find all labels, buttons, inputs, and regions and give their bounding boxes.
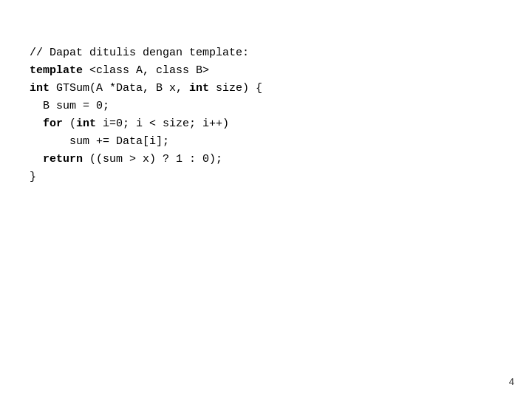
keyword-int-1: int [30, 82, 50, 95]
keyword-int-3: int [76, 117, 96, 130]
keyword-template: template [30, 64, 83, 77]
code-block: // Dapat ditulis dengan template: templa… [30, 44, 262, 186]
code-line-5: for (int i=0; i < size; i++) [30, 115, 262, 133]
code-line-3: int GTSum(A *Data, B x, int size) { [30, 80, 262, 98]
code-line-2: template <class A, class B> [30, 62, 262, 80]
code-line-7: return ((sum > x) ? 1 : 0); [30, 151, 262, 168]
code-line-1: // Dapat ditulis dengan template: [30, 44, 262, 62]
code-line-4: B sum = 0; [30, 98, 262, 115]
code-line-6: sum += Data[i]; [30, 133, 262, 151]
code-line-8: } [30, 168, 262, 186]
page-number: 4 [509, 376, 514, 387]
keyword-int-2: int [189, 82, 209, 95]
keyword-return: return [43, 153, 83, 166]
keyword-for: for [43, 117, 63, 130]
